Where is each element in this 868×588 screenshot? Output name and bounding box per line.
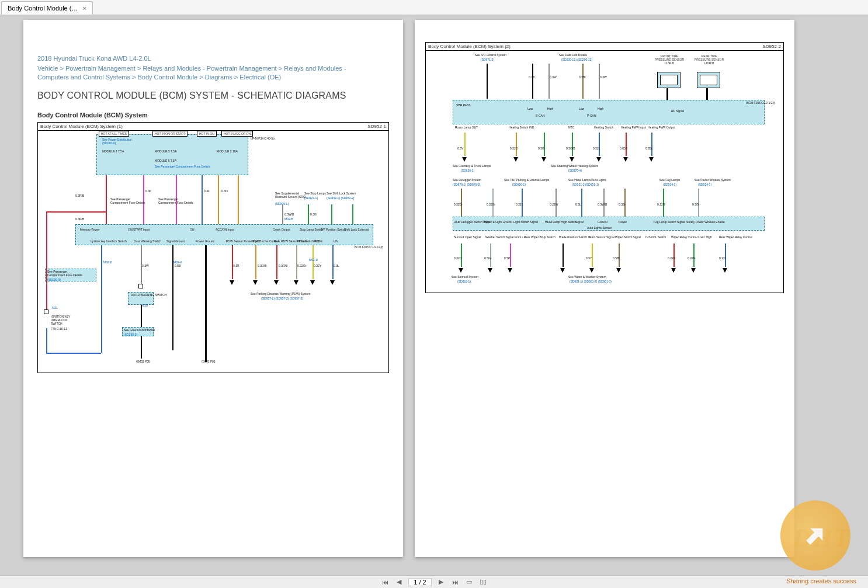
page-number-input[interactable]	[408, 578, 432, 586]
can: High	[598, 107, 603, 110]
ref: (SD924-1)	[663, 183, 676, 186]
ref: (SD927-1)	[304, 196, 318, 200]
can: P-CAN	[587, 114, 596, 117]
wireval: 0.22L	[516, 203, 523, 206]
hot-label: HOT IN ACC OR ON	[221, 131, 253, 137]
ref: (SD200-11) (SD200-12)	[561, 58, 592, 61]
bcm-pin: Blade Position Switch In	[559, 235, 591, 239]
ref: See Power Window System	[695, 178, 731, 182]
wireval: 0.3O	[221, 189, 228, 193]
bcm-pin: Wiper & Light Ground	[484, 220, 512, 224]
bcm-pin: Power Ground	[196, 239, 214, 243]
wireval: 0.22G	[688, 256, 696, 260]
single-page-icon[interactable]: ▭	[464, 577, 474, 587]
ref: (SD920-1)	[512, 183, 526, 186]
bcm-pin: ACC/ON Input	[216, 228, 234, 231]
ref: See Supplemental Restraint System (SRS)	[275, 192, 308, 199]
sensor-label: FRONT TIRE PRESSURE SENSOR L16R/H	[655, 54, 684, 65]
wireval: 0.3Gr	[692, 203, 700, 206]
bcm-pin: Ground	[598, 220, 607, 224]
next-page-icon[interactable]: ▶	[436, 577, 446, 587]
document-tab[interactable]: Body Control Module (… ×	[1, 1, 93, 15]
schematic-1: Body Control Module (BCM) System (1) SD9…	[37, 122, 389, 373]
wireval: 0.3B	[529, 75, 534, 79]
wireval: 0.22L	[719, 256, 727, 260]
wireval: 0.22Br	[454, 203, 463, 206]
wireval: 0.3L	[575, 203, 581, 206]
bcm-pin: LIN	[334, 239, 338, 243]
ref: See Shift Lock System	[327, 192, 356, 195]
ref: See A/C Control System	[475, 53, 506, 57]
bcm-pin: T/P Position Switch	[321, 228, 346, 231]
wireval: 0.5Br	[613, 256, 620, 260]
ground: GM02 F08	[136, 360, 150, 363]
bcm-pin: Rear Wiper Relay Control	[719, 235, 752, 239]
ref: DOOR WARNING SWITCH	[131, 293, 166, 297]
wireval: 0.22Gr	[297, 264, 306, 267]
bcm-pin: Door Warning Switch	[134, 239, 161, 243]
prev-page-icon[interactable]: ◀	[394, 577, 404, 587]
schematic-2-code: SD952-2	[762, 44, 781, 49]
sensor-label: REAR TIRE PRESSURE SENSOR L16R/H	[695, 54, 724, 65]
ref: See Stop Lamps	[304, 192, 326, 195]
bcm-pin: Stop Lamp Switch	[300, 228, 323, 231]
ref: (SD452-1) (SD452-2)	[327, 196, 355, 200]
pdf-viewer[interactable]: 2018 Hyundai Truck Kona AWD L4-2.0L Vehi…	[0, 15, 868, 575]
page-1: 2018 Hyundai Truck Kona AWD L4-2.0L Vehi…	[23, 20, 403, 557]
wireval: 0.3P	[145, 189, 151, 193]
vehicle-line: 2018 Hyundai Truck Kona AWD L4-2.0L	[37, 55, 389, 62]
bcm-pin: Wiper Switch Signal	[615, 235, 641, 239]
wireval: 0.5Y	[586, 256, 592, 260]
close-icon[interactable]: ×	[82, 5, 86, 12]
ref: See Defogger System	[453, 178, 481, 182]
wireval: 0.3R/B	[75, 194, 84, 197]
wireval: 0.3L	[204, 189, 210, 193]
front-tire-sensor-icon	[657, 72, 680, 88]
can: High	[547, 107, 553, 110]
ref: (SD824-7)	[698, 183, 711, 186]
bcm-pin: Fog Lamp Switch Signal	[654, 220, 685, 224]
wireval: 0.3W	[142, 264, 149, 267]
bcm-ref: BCM F103 C:10-1/2(f)	[355, 245, 383, 249]
two-page-icon[interactable]: ▯▯	[478, 577, 488, 587]
ref: See Passenger Compartment Fuse Details	[47, 270, 82, 277]
wireval: 0.3R	[233, 264, 239, 267]
bcm-box-2	[453, 100, 765, 124]
ignition-switch: IGNITION KEY INTERLOCK SWITCH	[51, 315, 77, 325]
section-heading: Body Control Module (BCM) System	[37, 112, 389, 119]
bcm-pin: Ignition key Interlock Switch	[91, 239, 127, 243]
breadcrumb: Vehicle > Powertrain Management > Relays…	[37, 64, 364, 82]
wireval: 0.3W	[550, 75, 557, 79]
bcm-pin: Head Lamp High Switch	[545, 220, 577, 224]
fuse: MODULE 3 7.5A	[155, 149, 176, 153]
ref: (SD870-4)	[568, 169, 582, 172]
wireval: 0.22G	[657, 203, 665, 206]
ground: GM01 F03	[202, 360, 216, 363]
can: Low	[527, 107, 533, 110]
ref: (SD901-1) (SD901-2) (SD901-3)	[570, 280, 612, 283]
conn: M20	[142, 304, 148, 307]
fuse: MODULE 1 7.5A	[102, 149, 124, 153]
rear-tire-sensor-icon	[697, 72, 720, 88]
bcm-pin: Signal Ground	[166, 239, 185, 243]
bcm-pin: Auto Lights Sensor	[587, 226, 612, 229]
wireval: 0.3R/B	[279, 264, 287, 267]
tab-bar: Body Control Module (… ×	[0, 0, 868, 15]
conn: M02-B	[284, 217, 293, 221]
wireval: 0.22G	[454, 256, 462, 260]
first-page-icon[interactable]: ⏮	[380, 577, 390, 587]
ref: (SD110-9)	[102, 141, 116, 145]
bcm-pin: INT-VOL Switch	[645, 235, 666, 239]
bcm-pin: Heating PWR Output	[648, 126, 675, 129]
ref: (SD971-2)	[481, 58, 494, 61]
wireval: 0.85L	[645, 147, 653, 150]
bcm-pin: Light Switch Signal	[513, 220, 538, 224]
last-page-icon[interactable]: ⏭	[450, 577, 460, 587]
bcm-pin: ON	[190, 228, 195, 231]
wireval: 0.22W	[550, 203, 558, 206]
conn: M02-D	[309, 258, 318, 262]
bcm-pin: Rain Sensor Signal	[589, 235, 614, 239]
fuse: MODULE 6 7.5A	[155, 159, 176, 162]
wireval: 0.3G	[310, 213, 317, 216]
can: Low	[579, 107, 584, 110]
